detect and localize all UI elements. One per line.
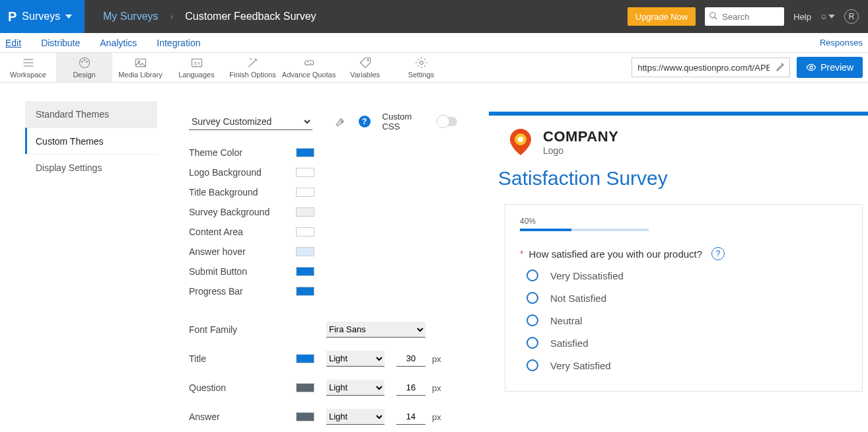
help-icon[interactable]: ? xyxy=(359,116,371,127)
swatch-title-color[interactable] xyxy=(296,354,314,363)
svg-text:文A: 文A xyxy=(194,61,200,65)
tool-label: Settings xyxy=(408,71,435,79)
preview-button[interactable]: Preview xyxy=(797,57,863,78)
swatch-question-color[interactable] xyxy=(296,383,314,392)
tab-analytics[interactable]: Analytics xyxy=(100,38,137,48)
answers-list: Very Dissatisfied Not Satisfied Neutral … xyxy=(520,270,848,371)
svg-point-17 xyxy=(518,137,523,142)
caret-down-icon xyxy=(828,15,835,18)
radio-icon xyxy=(526,292,538,304)
preview-survey-title: Satisfaction Survey xyxy=(489,164,868,204)
tool-workspace[interactable]: Workspace xyxy=(0,53,56,82)
svg-point-6 xyxy=(81,61,83,63)
translate-icon: 文A xyxy=(190,56,204,69)
svg-point-15 xyxy=(810,66,813,69)
notifications-button[interactable] xyxy=(820,9,835,24)
question-help-icon[interactable]: ? xyxy=(711,247,725,260)
app-topbar: P Surveys My Surveys › Customer Feedback… xyxy=(0,0,868,33)
brand-logo: P xyxy=(8,9,17,24)
answer-label: Very Dissatisfied xyxy=(550,270,624,281)
label-survey-bg: Survey Background xyxy=(189,207,296,217)
breadcrumb-root[interactable]: My Surveys xyxy=(103,11,159,22)
tool-finish-options[interactable]: Finish Options xyxy=(225,53,281,82)
caret-down-icon xyxy=(65,15,72,18)
radio-icon xyxy=(526,270,538,281)
question-size-input[interactable] xyxy=(396,380,425,396)
label-content-area: Content Area xyxy=(189,227,296,237)
main-area: Standard Themes Custom Themes Display Se… xyxy=(0,83,868,432)
surveys-dropdown[interactable]: P Surveys xyxy=(0,0,85,33)
tool-label: Languages xyxy=(178,71,214,79)
tag-icon xyxy=(358,56,373,69)
swatch-progress-bar[interactable] xyxy=(296,287,314,296)
help-link[interactable]: Help xyxy=(793,12,811,22)
label-theme-color: Theme Color xyxy=(189,147,296,158)
question-weight-select[interactable]: Light xyxy=(326,380,384,396)
label-question-typo: Question xyxy=(189,382,296,393)
title-weight-select[interactable]: Light xyxy=(326,351,384,367)
bell-icon xyxy=(820,11,827,22)
answer-option[interactable]: Very Satisfied xyxy=(526,359,848,371)
swatch-theme-color[interactable] xyxy=(296,148,314,157)
pencil-icon[interactable] xyxy=(776,61,786,72)
tool-label: Advance Quotas xyxy=(282,71,336,79)
label-answer-typo: Answer xyxy=(189,412,296,422)
tab-custom-themes[interactable]: Custom Themes xyxy=(25,127,157,154)
label-answer-hover: Answer hover xyxy=(189,246,296,257)
tab-display-settings[interactable]: Display Settings xyxy=(25,154,157,180)
avatar[interactable]: R xyxy=(844,9,859,24)
answer-option[interactable]: Not Satisfied xyxy=(526,292,848,304)
tab-responses[interactable]: Responses xyxy=(820,38,863,48)
chevron-right-icon: › xyxy=(170,11,174,22)
tab-standard-themes[interactable]: Standard Themes xyxy=(25,101,157,127)
unit-label: px xyxy=(432,412,441,422)
answer-option[interactable]: Satisfied xyxy=(526,337,848,349)
required-star: * xyxy=(520,248,523,259)
svg-point-7 xyxy=(84,59,85,61)
custom-css-toggle[interactable] xyxy=(438,117,458,126)
answer-option[interactable]: Very Dissatisfied xyxy=(526,270,848,281)
swatch-logo-bg[interactable] xyxy=(296,168,314,177)
unit-label: px xyxy=(432,354,441,364)
radio-icon xyxy=(526,359,538,371)
swatch-answer-color[interactable] xyxy=(296,412,314,421)
custom-css-label: Custom CSS xyxy=(382,112,431,131)
tab-edit[interactable]: Edit xyxy=(5,38,21,48)
tool-design[interactable]: Design xyxy=(56,53,112,82)
tab-integration[interactable]: Integration xyxy=(157,38,200,48)
svg-point-14 xyxy=(419,61,423,65)
company-name: COMPANY xyxy=(543,128,618,145)
eye-icon xyxy=(806,62,816,73)
theme-select[interactable]: Survey Customized xyxy=(189,113,312,130)
tool-languages[interactable]: 文A Languages xyxy=(168,53,225,82)
answer-size-input[interactable] xyxy=(396,409,425,425)
font-family-select[interactable]: Fira Sans xyxy=(326,322,425,338)
svg-point-10 xyxy=(138,61,140,63)
swatch-answer-hover[interactable] xyxy=(296,247,314,256)
survey-url-input[interactable] xyxy=(632,57,790,77)
progress-bar xyxy=(520,229,649,231)
tool-variables[interactable]: Variables xyxy=(337,53,393,82)
link-icon xyxy=(302,56,316,69)
progress-percent: 40% xyxy=(520,217,848,226)
answer-weight-select[interactable]: Light xyxy=(326,409,384,425)
tool-media-library[interactable]: Media Library xyxy=(112,53,168,82)
toolbar: Workspace Design Media Library 文A Langua… xyxy=(0,53,868,83)
title-size-input[interactable] xyxy=(396,351,425,367)
swatch-content-area[interactable] xyxy=(296,227,314,236)
wrench-icon[interactable] xyxy=(335,116,347,127)
workspace-icon xyxy=(21,56,36,69)
tool-advance-quotas[interactable]: Advance Quotas xyxy=(281,53,337,82)
tab-distribute[interactable]: Distribute xyxy=(41,38,80,48)
preview-button-label: Preview xyxy=(820,62,853,73)
tool-settings[interactable]: Settings xyxy=(393,53,449,82)
swatch-submit-button[interactable] xyxy=(296,267,314,276)
answer-label: Neutral xyxy=(550,315,582,326)
svg-line-1 xyxy=(715,17,717,20)
answer-option[interactable]: Neutral xyxy=(526,314,848,326)
upgrade-button[interactable]: Upgrade Now xyxy=(628,7,696,26)
swatch-title-bg[interactable] xyxy=(296,188,314,197)
swatch-survey-bg[interactable] xyxy=(296,207,314,217)
tool-label: Finish Options xyxy=(229,71,275,79)
company-logo-icon xyxy=(505,126,536,158)
